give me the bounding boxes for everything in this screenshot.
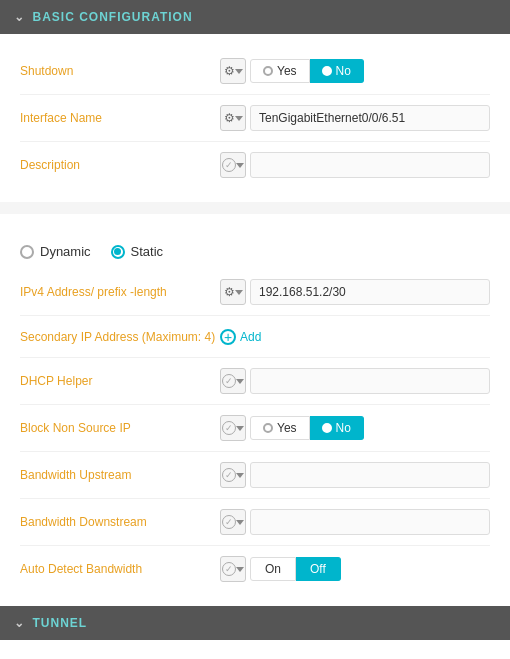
- ipv4-row: IPv4 Address/ prefix -length ⚙: [20, 269, 490, 316]
- shutdown-no-label: No: [336, 64, 351, 78]
- static-mode-radio[interactable]: [111, 245, 125, 259]
- block-radio-group: Yes No: [250, 416, 364, 440]
- bandwidth-downstream-input[interactable]: [250, 509, 490, 535]
- check-icon: ✓: [222, 158, 236, 172]
- secondary-ip-control: + Add: [220, 329, 490, 345]
- check-icon3: ✓: [222, 421, 236, 435]
- dhcp-icon-btn[interactable]: ✓: [220, 368, 246, 394]
- block-yes-label: Yes: [277, 421, 297, 435]
- settings-icon: ⚙: [224, 64, 235, 78]
- auto-detect-off-btn[interactable]: Off: [296, 557, 341, 581]
- dhcp-control: ✓: [220, 368, 490, 394]
- bandwidth-upstream-control: ✓: [220, 462, 490, 488]
- interface-icon-btn[interactable]: ⚙: [220, 105, 246, 131]
- block-no-btn[interactable]: No: [310, 416, 364, 440]
- settings-icon2: ⚙: [224, 111, 235, 125]
- basic-config-header: ⌄ BASIC CONFIGURATION: [0, 0, 510, 34]
- auto-detect-on-btn[interactable]: On: [250, 557, 296, 581]
- bandwidth-downstream-row: Bandwidth Downstream ✓: [20, 499, 490, 546]
- dropdown-arrow-icon8: [236, 520, 244, 525]
- secondary-ip-label: Secondary IP Address (Maximum: 4): [20, 330, 220, 344]
- description-label: Description: [20, 158, 220, 172]
- secondary-ip-row: Secondary IP Address (Maximum: 4) + Add: [20, 316, 490, 358]
- shutdown-yes-btn[interactable]: Yes: [250, 59, 310, 83]
- interface-name-input[interactable]: [250, 105, 490, 131]
- dropdown-arrow-icon5: [236, 379, 244, 384]
- add-secondary-ip-btn[interactable]: + Add: [220, 329, 261, 345]
- block-yes-btn[interactable]: Yes: [250, 416, 310, 440]
- bandwidth-downstream-control: ✓: [220, 509, 490, 535]
- shutdown-control: ⚙ Yes No: [220, 58, 490, 84]
- tunnel-form: Tunnel Interface ✓ On Off: [0, 640, 510, 659]
- dropdown-arrow-icon3: [236, 163, 244, 168]
- shutdown-yes-radio-icon: [263, 66, 273, 76]
- dhcp-row: DHCP Helper ✓: [20, 358, 490, 405]
- dropdown-arrow-icon6: [236, 426, 244, 431]
- tunnel-title: TUNNEL: [33, 616, 88, 630]
- shutdown-icon-btn[interactable]: ⚙: [220, 58, 246, 84]
- add-label: Add: [240, 330, 261, 344]
- tunnel-chevron-icon[interactable]: ⌄: [14, 616, 25, 630]
- auto-detect-control: ✓ On Off: [220, 556, 490, 582]
- auto-detect-icon-btn[interactable]: ✓: [220, 556, 246, 582]
- description-icon-btn[interactable]: ✓: [220, 152, 246, 178]
- shutdown-no-radio-icon: [322, 66, 332, 76]
- block-non-source-row: Block Non Source IP ✓ Yes No: [20, 405, 490, 452]
- block-non-source-label: Block Non Source IP: [20, 421, 220, 435]
- dropdown-arrow-icon4: [235, 290, 243, 295]
- dhcp-input[interactable]: [250, 368, 490, 394]
- ipv4-control: ⚙: [220, 279, 490, 305]
- shutdown-radio-group: Yes No: [250, 59, 364, 83]
- settings-icon3: ⚙: [224, 285, 235, 299]
- interface-name-control: ⚙: [220, 105, 490, 131]
- check-icon2: ✓: [222, 374, 236, 388]
- check-icon4: ✓: [222, 468, 236, 482]
- interface-name-label: Interface Name: [20, 111, 220, 125]
- auto-detect-on-label: On: [265, 562, 281, 576]
- auto-detect-toggle-group: On Off: [250, 557, 341, 581]
- bw-up-icon-btn[interactable]: ✓: [220, 462, 246, 488]
- static-mode-label: Static: [131, 244, 164, 259]
- ip-config-form: Dynamic Static IPv4 Address/ prefix -len…: [0, 214, 510, 606]
- dropdown-arrow-icon2: [235, 116, 243, 121]
- dynamic-mode-label: Dynamic: [40, 244, 91, 259]
- dhcp-label: DHCP Helper: [20, 374, 220, 388]
- auto-detect-row: Auto Detect Bandwidth ✓ On Off: [20, 546, 490, 592]
- auto-detect-label: Auto Detect Bandwidth: [20, 562, 220, 576]
- auto-detect-off-label: Off: [310, 562, 326, 576]
- shutdown-label: Shutdown: [20, 64, 220, 78]
- bw-down-icon-btn[interactable]: ✓: [220, 509, 246, 535]
- bandwidth-upstream-row: Bandwidth Upstream ✓: [20, 452, 490, 499]
- shutdown-row: Shutdown ⚙ Yes No: [20, 48, 490, 95]
- block-no-label: No: [336, 421, 351, 435]
- block-yes-radio-icon: [263, 423, 273, 433]
- bandwidth-upstream-input[interactable]: [250, 462, 490, 488]
- ipv4-input[interactable]: [250, 279, 490, 305]
- basic-config-form: Shutdown ⚙ Yes No Interface Name: [0, 34, 510, 202]
- static-mode-option[interactable]: Static: [111, 244, 164, 259]
- dropdown-arrow-icon7: [236, 473, 244, 478]
- description-input[interactable]: [250, 152, 490, 178]
- dropdown-arrow-icon: [235, 69, 243, 74]
- bandwidth-upstream-label: Bandwidth Upstream: [20, 468, 220, 482]
- chevron-down-icon[interactable]: ⌄: [14, 10, 25, 24]
- ip-mode-toggle: Dynamic Static: [20, 228, 490, 269]
- description-control: ✓: [220, 152, 490, 178]
- shutdown-yes-label: Yes: [277, 64, 297, 78]
- ipv4-icon-btn[interactable]: ⚙: [220, 279, 246, 305]
- bandwidth-downstream-label: Bandwidth Downstream: [20, 515, 220, 529]
- block-no-radio-icon: [322, 423, 332, 433]
- check-icon5: ✓: [222, 515, 236, 529]
- add-icon: +: [220, 329, 236, 345]
- block-non-source-control: ✓ Yes No: [220, 415, 490, 441]
- tunnel-header: ⌄ TUNNEL: [0, 606, 510, 640]
- dynamic-mode-radio[interactable]: [20, 245, 34, 259]
- dynamic-mode-option[interactable]: Dynamic: [20, 244, 91, 259]
- block-icon-btn[interactable]: ✓: [220, 415, 246, 441]
- description-row: Description ✓: [20, 142, 490, 188]
- divider1: [0, 202, 510, 214]
- dropdown-arrow-icon9: [236, 567, 244, 572]
- shutdown-no-btn[interactable]: No: [310, 59, 364, 83]
- ipv4-label: IPv4 Address/ prefix -length: [20, 285, 220, 299]
- check-icon6: ✓: [222, 562, 236, 576]
